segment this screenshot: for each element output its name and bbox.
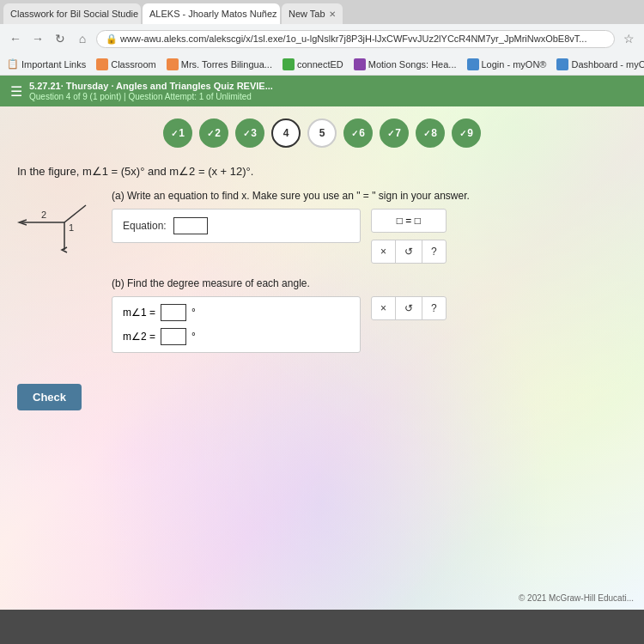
- part-b-undo-button[interactable]: ↺: [396, 297, 422, 319]
- home-button[interactable]: ⌂: [74, 32, 91, 46]
- address-bar[interactable]: 🔒 www-awu.aleks.com/alekscgi/x/1sl.exe/1…: [96, 30, 615, 48]
- symbol-display: □ = □: [371, 209, 447, 233]
- angle-box: m∠1 = ° m∠2 = °: [112, 296, 361, 353]
- bookmark-torres-icon: [167, 58, 179, 70]
- tab-label: Classwork for Bil Social Studie: [10, 9, 138, 19]
- part-b-clear-button[interactable]: ×: [372, 297, 396, 319]
- bookmark-torres[interactable]: Mrs. Torres Bilingua...: [167, 58, 272, 70]
- figure-container: 2 1: [17, 190, 94, 261]
- angle1-unit: °: [191, 307, 196, 319]
- angle1-label: m∠1 =: [123, 307, 155, 319]
- bookmark-icon: 📋: [7, 58, 19, 70]
- angle1-input[interactable]: [161, 304, 186, 321]
- nav-q8[interactable]: ✓8: [416, 118, 445, 148]
- question-info: Question 4 of 9 (1 point) | Question Att…: [29, 92, 273, 101]
- part-a-label: (a) Write an equation to find x. Make su…: [112, 190, 627, 202]
- tab-bar: Classwork for Bil Social Studie ✕ ALEKS …: [0, 0, 644, 24]
- forward-button[interactable]: →: [29, 32, 46, 46]
- angle-label-2: 2: [41, 210, 46, 220]
- part-b-section: (b) Find the degree measure of each angl…: [112, 277, 627, 353]
- bookmarks-bar: 📋 Important Links Classroom Mrs. Torres …: [0, 53, 644, 76]
- part-a-action-buttons: × ↺ ?: [371, 240, 447, 264]
- nav-q1[interactable]: ✓1: [163, 118, 192, 148]
- question-nav: ✓1 ✓2 ✓3 4 5 ✓6 ✓7 ✓8 ✓9: [0, 106, 644, 156]
- bookmark-connected-icon: [283, 58, 295, 70]
- footer: © 2021 McGraw-Hill Educati...: [519, 593, 634, 603]
- bookmark-dashboard-myon[interactable]: Dashboard - myON®: [556, 58, 644, 70]
- tab-newtab[interactable]: New Tab ✕: [282, 3, 343, 24]
- tab-close-newtab[interactable]: ✕: [329, 9, 336, 19]
- part-b-label: (b) Find the degree measure of each angl…: [112, 277, 627, 289]
- star-button[interactable]: ☆: [620, 32, 637, 46]
- angle2-unit: °: [191, 331, 196, 343]
- angle-label-1: 1: [69, 222, 74, 233]
- browser-window: Classwork for Bil Social Studie ✕ ALEKS …: [0, 0, 644, 76]
- tab-label: ALEKS - Jhoarly Matos Nuñez: [149, 9, 277, 19]
- question-number: Question 4 of 9 (1 point): [29, 92, 121, 101]
- menu-icon[interactable]: ☰: [10, 83, 22, 100]
- part-b-row: m∠1 = ° m∠2 = °: [112, 296, 627, 353]
- tab-aleks[interactable]: ALEKS - Jhoarly Matos Nuñez ✕: [143, 3, 280, 24]
- bookmark-login-myon[interactable]: Login - myON®: [467, 58, 547, 70]
- equation-box: Equation:: [112, 209, 361, 243]
- nav-q4[interactable]: 4: [271, 118, 301, 148]
- bookmark-motion-icon: [354, 58, 366, 70]
- nav-q6[interactable]: ✓6: [343, 118, 373, 148]
- problem-statement: In the figure, m∠1 = (5x)° and m∠2 = (x …: [17, 165, 627, 178]
- part-a-section: (a) Write an equation to find x. Make su…: [112, 190, 627, 264]
- bookmark-connected[interactable]: connectED: [283, 58, 343, 70]
- angle1-row: m∠1 = °: [123, 304, 349, 321]
- part-b-help-button[interactable]: ?: [422, 297, 446, 319]
- bookmark-myon-icon: [467, 58, 479, 70]
- back-button[interactable]: ←: [7, 32, 24, 46]
- problem-area: In the figure, m∠1 = (5x)° and m∠2 = (x …: [0, 156, 644, 375]
- quiz-title: 5.27.21· Thursday · Angles and Triangles…: [29, 81, 273, 91]
- angle2-row: m∠2 = °: [123, 328, 349, 345]
- part-b-action-buttons: × ↺ ?: [371, 296, 447, 320]
- tab-label: New Tab: [289, 9, 325, 19]
- bookmark-classroom[interactable]: Classroom: [96, 58, 156, 70]
- problem-content: 2 1: [17, 190, 627, 367]
- attempt-info: Question Attempt: 1 of Unlimited: [128, 92, 251, 101]
- parts-container: (a) Write an equation to find x. Make su…: [112, 190, 627, 367]
- aleks-page: ☰ 5.27.21· Thursday · Angles and Triangl…: [0, 76, 644, 610]
- part-b-side-panel: × ↺ ?: [371, 296, 447, 320]
- nav-q2[interactable]: ✓2: [199, 118, 228, 148]
- part-a-side-panel: □ = □ × ↺ ?: [371, 209, 447, 264]
- lock-icon: 🔒: [106, 33, 118, 44]
- part-a-help-button[interactable]: ?: [422, 240, 446, 263]
- check-button[interactable]: Check: [17, 384, 82, 410]
- nav-q3[interactable]: ✓3: [235, 118, 264, 148]
- check-section: Check: [0, 375, 644, 419]
- tab-classwork[interactable]: Classwork for Bil Social Studie ✕: [3, 3, 141, 24]
- nav-bar: ← → ↻ ⌂ 🔒 www-awu.aleks.com/alekscgi/x/1…: [0, 24, 644, 53]
- figure-svg: 2 1: [17, 190, 94, 258]
- equation-label: Equation:: [123, 220, 167, 232]
- angle2-input[interactable]: [161, 328, 186, 345]
- bookmark-dashboard-icon: [556, 58, 568, 70]
- part-a-undo-button[interactable]: ↺: [396, 240, 422, 263]
- reload-button[interactable]: ↻: [52, 32, 69, 46]
- angle2-label: m∠2 =: [123, 331, 155, 343]
- bookmark-motion-songs[interactable]: Motion Songs: Hea...: [354, 58, 457, 70]
- bookmark-important-links[interactable]: 📋 Important Links: [7, 58, 86, 70]
- part-a-clear-button[interactable]: ×: [372, 240, 396, 263]
- nav-q7[interactable]: ✓7: [380, 118, 409, 148]
- svg-line-1: [64, 205, 86, 222]
- aleks-header: ☰ 5.27.21· Thursday · Angles and Triangl…: [0, 76, 644, 106]
- equation-input[interactable]: [173, 217, 208, 234]
- part-a-row: Equation: □ = □ × ↺ ?: [112, 209, 627, 264]
- bookmark-classroom-icon: [96, 58, 108, 70]
- nav-q5[interactable]: 5: [307, 118, 337, 148]
- nav-q9[interactable]: ✓9: [452, 118, 481, 148]
